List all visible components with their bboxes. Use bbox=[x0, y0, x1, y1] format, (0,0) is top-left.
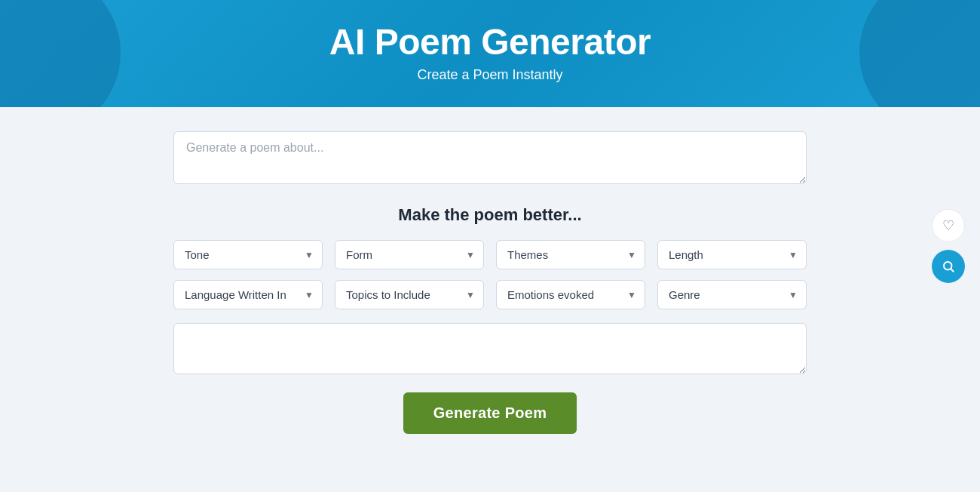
tone-dropdown[interactable]: Tone Happy Sad Romantic Serious Humorous bbox=[173, 240, 323, 269]
main-content: Make the poem better... Tone Happy Sad R… bbox=[0, 107, 980, 458]
search-icon bbox=[942, 260, 955, 273]
tone-dropdown-wrapper: Tone Happy Sad Romantic Serious Humorous… bbox=[173, 240, 323, 269]
search-button[interactable] bbox=[932, 250, 965, 283]
length-dropdown-wrapper: Length Short Medium Long ▼ bbox=[657, 240, 807, 269]
topics-dropdown-wrapper: Topics to Include Friendship Family Natu… bbox=[335, 280, 484, 309]
emotions-dropdown[interactable]: Emotions evoked Joy Sorrow Anger Fear Su… bbox=[496, 280, 645, 309]
length-dropdown[interactable]: Length Short Medium Long bbox=[657, 240, 807, 269]
poem-output[interactable] bbox=[173, 323, 807, 374]
dropdowns-row-2: Language Written In English Spanish Fren… bbox=[173, 280, 807, 309]
dropdowns-row-1: Tone Happy Sad Romantic Serious Humorous… bbox=[173, 240, 807, 269]
form-dropdown-wrapper: Form Sonnet Haiku Free Verse Limerick Od… bbox=[335, 240, 484, 269]
generate-poem-button[interactable]: Generate Poem bbox=[403, 392, 577, 434]
section-title: Make the poem better... bbox=[398, 205, 581, 225]
page-subtitle: Create a Poem Instantly bbox=[0, 67, 980, 83]
language-dropdown-wrapper: Language Written In English Spanish Fren… bbox=[173, 280, 323, 309]
themes-dropdown-wrapper: Themes Love Nature Death Hope War ▼ bbox=[496, 240, 645, 269]
favorite-button[interactable]: ♡ bbox=[932, 209, 965, 242]
fab-container: ♡ bbox=[932, 209, 965, 283]
page-header: AI Poem Generator Create a Poem Instantl… bbox=[0, 0, 980, 107]
page-title: AI Poem Generator bbox=[0, 21, 980, 63]
genre-dropdown-wrapper: Genre Romance Epic Lyric Dramatic Satiri… bbox=[657, 280, 807, 309]
language-dropdown[interactable]: Language Written In English Spanish Fren… bbox=[173, 280, 323, 309]
topics-dropdown[interactable]: Topics to Include Friendship Family Natu… bbox=[335, 280, 484, 309]
themes-dropdown[interactable]: Themes Love Nature Death Hope War bbox=[496, 240, 645, 269]
emotions-dropdown-wrapper: Emotions evoked Joy Sorrow Anger Fear Su… bbox=[496, 280, 645, 309]
form-dropdown[interactable]: Form Sonnet Haiku Free Verse Limerick Od… bbox=[335, 240, 484, 269]
genre-dropdown[interactable]: Genre Romance Epic Lyric Dramatic Satiri… bbox=[657, 280, 807, 309]
svg-line-1 bbox=[951, 269, 953, 271]
heart-icon: ♡ bbox=[942, 217, 954, 234]
poem-input[interactable] bbox=[173, 131, 807, 184]
